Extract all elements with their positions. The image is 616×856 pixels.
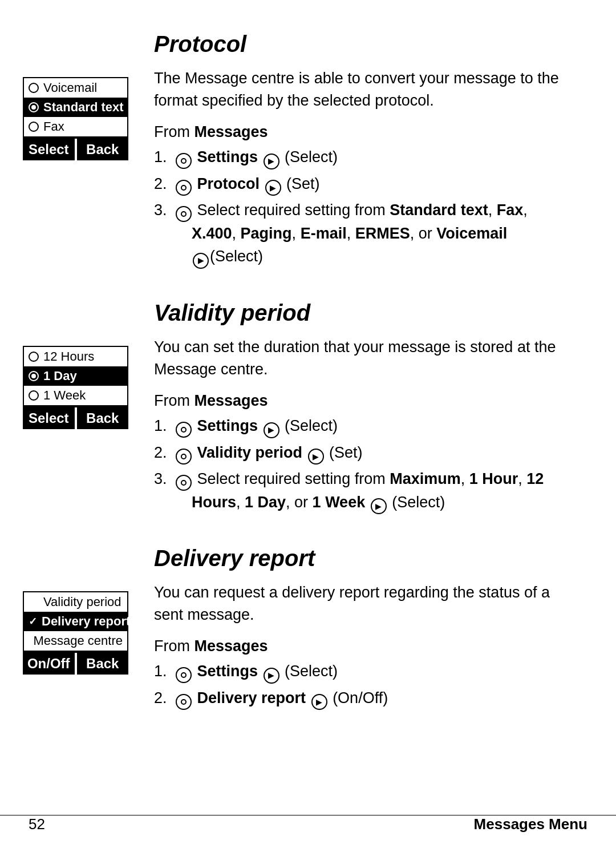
message-centre-menu-label: Message centre <box>33 633 123 648</box>
delivery-phone: Validity period ✓ Delivery report Messag… <box>0 546 137 713</box>
delivery-step-1: 1. Settings ▶ (Select) <box>154 660 582 683</box>
hours12-label: 12 Hours <box>43 349 94 364</box>
voicemail-item: Voicemail <box>24 78 127 98</box>
message-centre-menu-item: Message centre <box>24 631 127 651</box>
validity-select-key[interactable]: Select <box>23 407 75 429</box>
back-key[interactable]: Back <box>77 139 129 160</box>
step-num-1: 1. <box>154 146 170 169</box>
week1-label: 1 Week <box>43 388 86 403</box>
delivery-heading: Delivery report <box>154 546 582 571</box>
radio-standard-text <box>29 102 39 112</box>
protocol-step-3: 3. Select required setting from Standard… <box>154 199 582 268</box>
validity-phone: 12 Hours 1 Day 1 Week Select <box>0 300 137 517</box>
v-settings-icon-3 <box>176 475 192 491</box>
standard-text-item: Standard text <box>24 98 127 117</box>
protocol-body: The Message centre is able to convert yo… <box>154 67 582 112</box>
day1-item: 1 Day <box>24 366 127 386</box>
select-key[interactable]: Select <box>23 139 75 160</box>
validity-period-menu-item: Validity period <box>24 592 127 612</box>
week1-item: 1 Week <box>24 386 127 405</box>
delivery-report-menu-item: ✓ Delivery report <box>24 612 127 631</box>
footer-page-number: 52 <box>29 815 45 833</box>
voicemail-label: Voicemail <box>43 80 97 95</box>
delivery-report-menu-label: Delivery report <box>42 614 130 629</box>
nav-icon-1: ▶ <box>264 154 279 169</box>
v-nav-icon-2: ▶ <box>308 449 324 465</box>
protocol-phone: Voicemail Standard text Fax Se <box>0 31 137 272</box>
validity-period-menu-label: Validity period <box>43 595 121 609</box>
validity-step-3: 3. Select required setting from Maximum,… <box>154 467 582 514</box>
delivery-softkeys: On/Off Back <box>23 653 128 675</box>
v-settings-icon-1 <box>176 422 192 438</box>
fax-item: Fax <box>24 117 127 136</box>
validity-content: Validity period You can set the duration… <box>137 300 616 517</box>
d-settings-icon-2 <box>176 694 192 710</box>
d-nav-icon-2: ▶ <box>311 694 327 710</box>
protocol-heading: Protocol <box>154 31 582 57</box>
radio-fax <box>29 122 39 132</box>
protocol-steps: 1. Settings ▶ (Select) 2. Protocol ▶ (Se… <box>154 146 582 268</box>
hours12-item: 12 Hours <box>24 347 127 366</box>
radio-voicemail <box>29 83 39 93</box>
settings-icon-2 <box>176 180 192 196</box>
delivery-content: Delivery report You can request a delive… <box>137 546 616 713</box>
protocol-section: Voicemail Standard text Fax Se <box>0 31 616 272</box>
protocol-step-2: 2. Protocol ▶ (Set) <box>154 172 582 196</box>
settings-icon-1 <box>176 153 192 169</box>
delivery-report-section: Validity period ✓ Delivery report Messag… <box>0 546 616 713</box>
validity-step-1: 1. Settings ▶ (Select) <box>154 414 582 438</box>
validity-step-2: 2. Validity period ▶ (Set) <box>154 441 582 465</box>
delivery-from: From Messages <box>154 637 582 655</box>
v-settings-icon-2 <box>176 449 192 465</box>
nav-icon-3: ▶ <box>193 253 209 269</box>
fax-label: Fax <box>43 119 64 134</box>
step-1-content: Settings ▶ (Select) <box>175 146 338 169</box>
protocol-step-1: 1. Settings ▶ (Select) <box>154 146 582 169</box>
protocol-content: Protocol The Message centre is able to c… <box>137 31 616 272</box>
d-settings-icon-1 <box>176 667 192 683</box>
radio-1week <box>29 390 39 401</box>
footer-title: Messages Menu <box>474 815 587 833</box>
protocol-softkeys: Select Back <box>23 139 128 160</box>
delivery-back-key[interactable]: Back <box>77 653 129 675</box>
validity-heading: Validity period <box>154 300 582 326</box>
delivery-body: You can request a delivery report regard… <box>154 582 582 626</box>
validity-steps: 1. Settings ▶ (Select) 2. Validity perio… <box>154 414 582 514</box>
step-3-content: Select required setting from Standard te… <box>175 199 528 268</box>
v-nav-icon-1: ▶ <box>264 422 279 438</box>
settings-icon-3 <box>176 206 192 222</box>
day1-label: 1 Day <box>43 369 77 383</box>
validity-softkeys: Select Back <box>23 407 128 429</box>
step-num-2: 2. <box>154 172 170 196</box>
delivery-screen: Validity period ✓ Delivery report Messag… <box>23 591 128 652</box>
footer: 52 Messages Menu <box>0 815 616 833</box>
delivery-step-2: 2. Delivery report ▶ (On/Off) <box>154 687 582 710</box>
validity-period-section: 12 Hours 1 Day 1 Week Select <box>0 300 616 517</box>
validity-back-key[interactable]: Back <box>77 407 129 429</box>
validity-body: You can set the duration that your messa… <box>154 336 582 381</box>
onoff-key[interactable]: On/Off <box>23 653 75 675</box>
radio-1day <box>29 371 39 381</box>
radio-12hours <box>29 352 39 362</box>
d-nav-icon-1: ▶ <box>264 668 279 684</box>
v-nav-icon-3: ▶ <box>371 498 387 514</box>
validity-screen: 12 Hours 1 Day 1 Week <box>23 346 128 406</box>
standard-text-label: Standard text <box>43 100 124 115</box>
protocol-screen: Voicemail Standard text Fax <box>23 77 128 138</box>
step-num-3: 3. <box>154 199 170 222</box>
delivery-steps: 1. Settings ▶ (Select) 2. Delivery repor… <box>154 660 582 709</box>
nav-icon-2: ▶ <box>265 180 281 196</box>
protocol-from: From Messages <box>154 123 582 141</box>
check-delivery: ✓ <box>29 615 37 628</box>
step-2-content: Protocol ▶ (Set) <box>175 172 320 196</box>
validity-from: From Messages <box>154 392 582 410</box>
